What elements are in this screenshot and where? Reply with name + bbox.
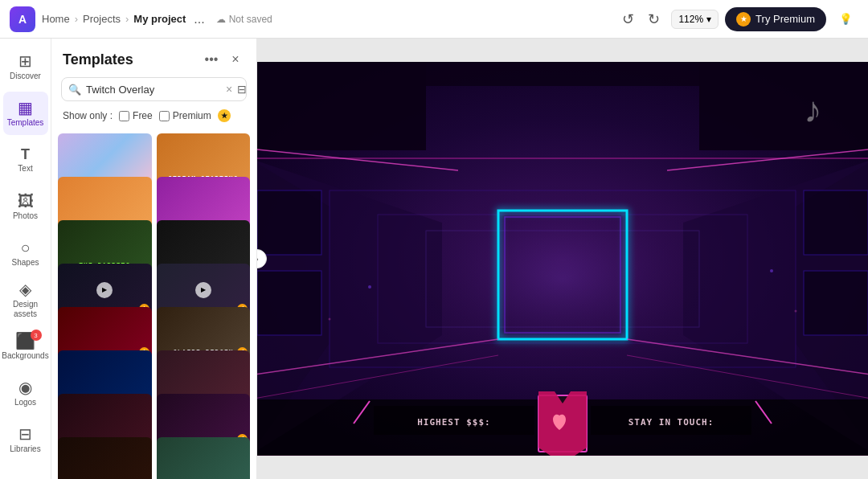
svg-rect-44	[257, 190, 321, 255]
templates-icon: ▦	[18, 100, 33, 116]
svg-point-43	[795, 310, 797, 313]
topbar: A Home › Projects › My project ... ☁ Not…	[0, 0, 868, 39]
backgrounds-badge: 3	[31, 330, 42, 341]
main-layout: ⊞ Discover ▦ Templates T Text 🖼 Photos ○…	[0, 39, 868, 479]
svg-point-41	[329, 318, 331, 321]
sidebar-item-logos-label: Logos	[14, 398, 36, 407]
photos-icon: 🖼	[18, 193, 34, 209]
canvas-area[interactable]: ›	[257, 39, 868, 479]
lightbulb-icon: 💡	[839, 13, 853, 25]
svg-rect-1	[257, 62, 426, 150]
templates-grid: STREAM STARTINGTHE RABBITS▶★▶★★CLAIRE BE…	[51, 130, 256, 479]
sidebar-item-backgrounds-label: Backgrounds	[2, 351, 48, 360]
svg-rect-47	[804, 271, 868, 335]
show-only-label: Show only :	[63, 110, 113, 121]
breadcrumb-sep1: ›	[75, 13, 78, 25]
sidebar-item-photos-label: Photos	[13, 211, 38, 220]
shapes-icon: ○	[20, 240, 30, 256]
search-clear-button[interactable]: ×	[226, 83, 232, 96]
premium-filter-label[interactable]: Premium	[159, 110, 211, 121]
filter-settings-button[interactable]: ⊟	[237, 83, 247, 96]
search-input[interactable]	[86, 84, 221, 96]
design-assets-icon: ◈	[19, 281, 31, 297]
sidebar-item-backgrounds[interactable]: ⬛ Backgrounds 3	[3, 325, 48, 368]
search-bar: 🔍 × ⊟	[61, 77, 247, 101]
panel-title: Templates	[63, 51, 133, 68]
text-icon: T	[21, 147, 30, 162]
svg-text:STAY IN TOUCH:: STAY IN TOUCH:	[628, 417, 714, 428]
zoom-value: 112%	[678, 14, 703, 25]
canvas-content: ♪	[257, 62, 868, 456]
search-icon: 🔍	[68, 84, 81, 96]
try-premium-label: Try Premium	[755, 13, 815, 25]
canvas-wrapper: ♪	[257, 62, 868, 456]
free-filter-checkbox[interactable]	[119, 111, 129, 121]
sidebar-item-shapes-label: Shapes	[12, 258, 39, 267]
canvas-svg: ♪	[257, 62, 868, 456]
sidebar-item-text-label: Text	[18, 164, 32, 173]
panel-header-actions: ••• ×	[202, 50, 245, 69]
app-logo: A	[10, 6, 35, 32]
svg-rect-2	[426, 62, 699, 86]
filter-row: Show only : Free Premium ★	[51, 109, 256, 130]
sidebar-item-photos[interactable]: 🖼 Photos	[3, 185, 48, 228]
libraries-icon: ⊟	[18, 426, 32, 442]
sidebar-item-discover[interactable]: ⊞ Discover	[3, 45, 48, 88]
logos-icon: ◉	[18, 379, 32, 395]
premium-star-icon: ★	[736, 12, 751, 27]
left-nav: ⊞ Discover ▦ Templates T Text 🖼 Photos ○…	[0, 39, 51, 479]
lightbulb-button[interactable]: 💡	[833, 6, 858, 32]
breadcrumb-home[interactable]: Home	[42, 13, 70, 25]
svg-text:HIGHEST $$$:: HIGHEST $$$:	[417, 417, 490, 428]
breadcrumb-current: My project	[133, 13, 186, 25]
svg-rect-3	[699, 62, 868, 150]
svg-rect-45	[257, 271, 321, 335]
template-card[interactable]	[58, 437, 152, 479]
undo-button[interactable]: ↺	[616, 8, 639, 31]
svg-point-42	[770, 269, 773, 272]
premium-filter-checkbox[interactable]	[159, 111, 170, 121]
breadcrumb-sep2: ›	[125, 13, 129, 25]
premium-badge: ★	[218, 109, 231, 122]
breadcrumb-more-button[interactable]: ...	[190, 10, 207, 28]
breadcrumb: Home › Projects › My project ... ☁ Not s…	[42, 10, 272, 28]
sidebar-item-templates-label: Templates	[7, 118, 44, 127]
sidebar-item-libraries-label: Libraries	[10, 444, 40, 453]
panel-more-button[interactable]: •••	[202, 50, 221, 69]
sidebar-item-design-assets[interactable]: ◈ Design assets	[3, 278, 48, 321]
panel-header: Templates ••• ×	[51, 39, 256, 77]
discover-icon: ⊞	[18, 53, 32, 69]
sidebar-item-text[interactable]: T Text	[3, 138, 48, 182]
breadcrumb-projects[interactable]: Projects	[83, 13, 121, 25]
sidebar-item-libraries[interactable]: ⊟ Libraries	[3, 418, 48, 461]
templates-panel: Templates ••• × 🔍 × ⊟ Show only : Free P…	[51, 39, 257, 479]
template-card[interactable]	[157, 437, 251, 479]
free-filter-label[interactable]: Free	[119, 110, 153, 121]
try-premium-button[interactable]: ★ Try Premium	[725, 7, 826, 31]
sidebar-item-logos[interactable]: ◉ Logos	[3, 371, 48, 415]
sidebar-item-shapes[interactable]: ○ Shapes	[3, 231, 48, 275]
zoom-control[interactable]: 112% ▾	[671, 10, 719, 29]
redo-button[interactable]: ↻	[642, 8, 665, 31]
panel-close-button[interactable]: ×	[226, 50, 245, 69]
svg-text:♪: ♪	[804, 89, 822, 130]
sidebar-item-design-assets-label: Design assets	[3, 300, 48, 319]
sidebar-item-discover-label: Discover	[10, 72, 41, 80]
sidebar-item-templates[interactable]: ▦ Templates	[3, 92, 48, 135]
cloud-status: ☁ Not saved	[216, 14, 272, 25]
undo-redo-controls: ↺ ↻	[616, 8, 665, 31]
svg-rect-46	[804, 190, 868, 255]
svg-point-40	[368, 285, 371, 289]
zoom-chevron-icon: ▾	[706, 14, 711, 25]
cloud-icon: ☁	[216, 14, 226, 25]
